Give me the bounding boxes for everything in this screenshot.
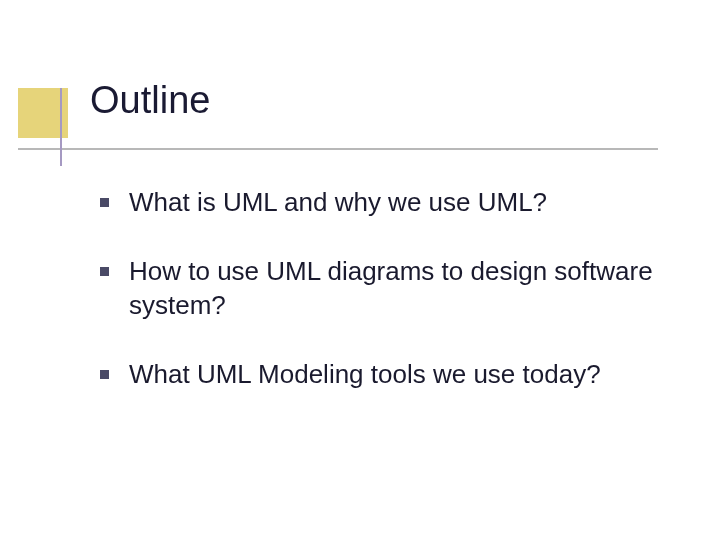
square-bullet-icon	[100, 198, 109, 207]
bullet-text: What UML Modeling tools we use today?	[129, 358, 601, 391]
list-item: What UML Modeling tools we use today?	[100, 358, 680, 391]
square-bullet-icon	[100, 267, 109, 276]
title-area: Outline	[0, 0, 720, 150]
bullet-text: What is UML and why we use UML?	[129, 186, 547, 219]
slide-title: Outline	[90, 80, 720, 122]
content-area: What is UML and why we use UML? How to u…	[0, 150, 720, 391]
list-item: What is UML and why we use UML?	[100, 186, 680, 219]
slide: Outline What is UML and why we use UML? …	[0, 0, 720, 540]
list-item: How to use UML diagrams to design softwa…	[100, 255, 680, 322]
square-bullet-icon	[100, 370, 109, 379]
bullet-text: How to use UML diagrams to design softwa…	[129, 255, 680, 322]
